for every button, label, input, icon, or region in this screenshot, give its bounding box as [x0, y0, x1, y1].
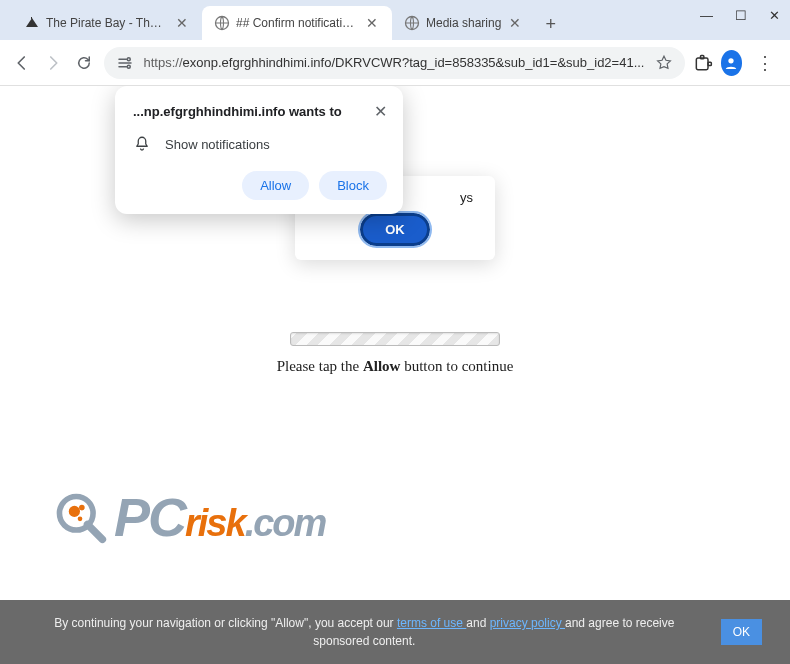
new-tab-button[interactable]: +	[535, 14, 566, 35]
url-text: https://exonp.efgrghhindhimi.info/DKRVCW…	[144, 55, 645, 70]
progress-instruction: Please tap the Allow button to continue	[0, 358, 790, 375]
tab-close[interactable]: ✕	[174, 13, 190, 33]
svg-rect-7	[708, 62, 711, 65]
back-button[interactable]	[10, 49, 33, 77]
svg-rect-5	[696, 58, 708, 70]
notification-origin: ...np.efgrghhindhimi.info wants to	[133, 104, 342, 119]
magnifier-icon	[52, 489, 108, 545]
toolbar: https://exonp.efgrghhindhimi.info/DKRVCW…	[0, 40, 790, 86]
tab-pirate-bay[interactable]: The Pirate Bay - The gala ✕	[12, 6, 202, 40]
pcrisk-watermark: PCrisk.com	[52, 486, 325, 548]
page-content: ys OK ...np.efgrghhindhimi.info wants to…	[0, 86, 790, 664]
svg-point-13	[78, 517, 83, 522]
consent-ok-button[interactable]: OK	[721, 619, 762, 645]
watermark-com: .com	[245, 502, 326, 545]
block-button[interactable]: Block	[319, 171, 387, 200]
extensions-icon[interactable]	[693, 51, 713, 75]
alert-ok-button[interactable]: OK	[360, 213, 430, 246]
bell-icon	[133, 135, 151, 153]
tab-label: ## Confirm notifications	[236, 16, 358, 30]
terms-link[interactable]: terms of use	[397, 616, 466, 630]
favicon-globe	[404, 15, 420, 31]
tab-label: The Pirate Bay - The gala	[46, 16, 168, 30]
notification-body-text: Show notifications	[165, 137, 270, 152]
tab-close[interactable]: ✕	[364, 13, 380, 33]
svg-rect-0	[31, 17, 32, 19]
maximize-button[interactable]: ☐	[735, 8, 747, 23]
close-window-button[interactable]: ✕	[769, 8, 780, 23]
tab-label: Media sharing	[426, 16, 501, 30]
watermark-pc: PC	[114, 486, 185, 548]
privacy-link[interactable]: privacy policy	[490, 616, 565, 630]
favicon-globe	[214, 15, 230, 31]
tab-confirm-notifications[interactable]: ## Confirm notifications ✕	[202, 6, 392, 40]
window-controls: — ☐ ✕	[700, 8, 780, 23]
notification-permission-prompt: ...np.efgrghhindhimi.info wants to ✕ Sho…	[115, 86, 403, 214]
minimize-button[interactable]: —	[700, 8, 713, 23]
progress-area: Please tap the Allow button to continue	[0, 332, 790, 375]
consent-text: By continuing your navigation or clickin…	[28, 614, 701, 650]
svg-point-3	[127, 57, 130, 60]
notification-close-icon[interactable]: ✕	[374, 102, 387, 121]
main-menu-icon[interactable]: ⋮	[750, 52, 780, 74]
site-settings-icon[interactable]	[116, 54, 134, 72]
forward-button[interactable]	[41, 49, 64, 77]
svg-rect-6	[700, 55, 703, 58]
bookmark-star-icon[interactable]	[655, 54, 673, 72]
tab-close[interactable]: ✕	[507, 13, 523, 33]
svg-point-11	[69, 506, 80, 517]
tab-media-sharing[interactable]: Media sharing ✕	[392, 6, 535, 40]
browser-chrome: The Pirate Bay - The gala ✕ ## Confirm n…	[0, 0, 790, 86]
fake-progress-bar	[290, 332, 500, 346]
title-bar: The Pirate Bay - The gala ✕ ## Confirm n…	[0, 0, 790, 40]
svg-line-10	[87, 524, 102, 539]
consent-bar: By continuing your navigation or clickin…	[0, 600, 790, 664]
allow-button[interactable]: Allow	[242, 171, 309, 200]
profile-button[interactable]	[721, 50, 743, 76]
favicon-pirate	[24, 15, 40, 31]
svg-point-8	[729, 58, 734, 63]
address-bar[interactable]: https://exonp.efgrghhindhimi.info/DKRVCW…	[104, 47, 685, 79]
svg-point-12	[79, 505, 85, 511]
svg-point-4	[127, 65, 130, 68]
watermark-risk: risk	[185, 502, 245, 545]
reload-button[interactable]	[72, 49, 95, 77]
